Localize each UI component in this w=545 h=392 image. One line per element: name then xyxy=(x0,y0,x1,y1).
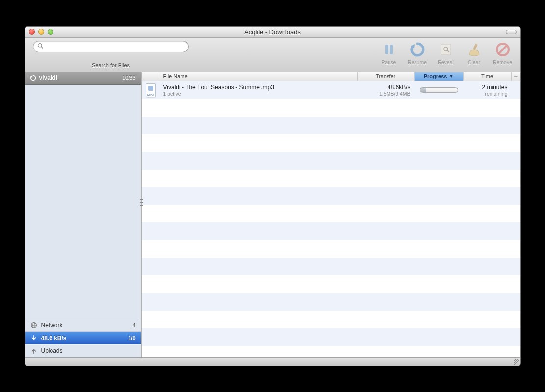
empty-row xyxy=(142,134,520,152)
traffic-lights xyxy=(29,29,53,35)
search-icon xyxy=(37,43,44,50)
sort-descending-icon: ▼ xyxy=(449,74,453,79)
search-column: Search for Files xyxy=(30,41,192,68)
time-sub: remaining xyxy=(485,91,507,97)
empty-row xyxy=(142,205,520,222)
svg-line-1 xyxy=(41,47,43,48)
empty-row xyxy=(142,293,520,311)
time-value: 2 minutes xyxy=(482,84,507,91)
resume-label: Resume xyxy=(408,59,427,65)
network-icon xyxy=(30,322,38,329)
search-input[interactable] xyxy=(46,43,184,50)
empty-row xyxy=(142,311,520,328)
svg-line-10 xyxy=(499,46,507,53)
th-progress-label: Progress xyxy=(424,74,447,79)
spinner-icon xyxy=(30,75,36,81)
sidebar-row-network[interactable]: Network 4 xyxy=(25,319,141,332)
empty-row xyxy=(142,117,520,134)
svg-rect-5 xyxy=(441,44,451,55)
mp3-file-icon xyxy=(146,83,156,97)
columns-overflow-icon: ↔ xyxy=(513,74,519,79)
upload-icon xyxy=(30,347,38,354)
th-progress[interactable]: Progress ▼ xyxy=(415,72,464,81)
transfer-size: 1.5MB/9.4MB xyxy=(379,91,411,97)
th-transfer[interactable]: Transfer xyxy=(358,72,415,81)
clear-icon xyxy=(466,41,483,58)
sidebar: vivaldi 10/33 Network 4 48.6 kB/s xyxy=(25,72,141,357)
remove-button[interactable]: Remove xyxy=(490,41,516,65)
svg-rect-8 xyxy=(472,43,477,50)
progress-fill xyxy=(420,88,426,92)
search-field-wrap[interactable] xyxy=(33,41,189,52)
resume-button[interactable]: Resume xyxy=(405,41,430,65)
sidebar-search-filter[interactable]: vivaldi 10/33 xyxy=(25,72,141,85)
cell-progress xyxy=(415,87,464,93)
sidebar-fill xyxy=(25,85,141,318)
empty-row xyxy=(142,275,520,293)
download-table: File Name Transfer Progress ▼ Time ↔ xyxy=(142,72,520,357)
resize-handle[interactable] xyxy=(514,359,519,365)
table-body[interactable]: Vivaldi - The Four Seasons - Summer.mp3 … xyxy=(142,81,520,357)
empty-row xyxy=(142,328,520,346)
svg-rect-2 xyxy=(385,45,388,54)
file-status: 1 active xyxy=(163,91,354,97)
resume-icon xyxy=(409,41,426,58)
download-count: 1/0 xyxy=(128,335,135,341)
empty-row xyxy=(142,187,520,205)
network-label: Network xyxy=(41,322,63,329)
window-title: Acqlite - Downloads xyxy=(25,28,520,36)
minimize-button[interactable] xyxy=(38,29,44,35)
upload-label: Uploads xyxy=(41,347,63,354)
sidebar-bottom: Network 4 48.6 kB/s 1/0 Uploads xyxy=(25,318,141,357)
sidebar-row-uploads[interactable]: Uploads xyxy=(25,344,141,357)
empty-row xyxy=(142,222,520,240)
zoom-button[interactable] xyxy=(48,29,53,35)
filter-count: 10/33 xyxy=(122,75,136,81)
search-label: Search for Files xyxy=(92,62,130,68)
transfer-rate: 48.6kB/s xyxy=(388,84,411,91)
th-columns-overflow[interactable]: ↔ xyxy=(512,72,520,81)
filter-term: vivaldi xyxy=(39,74,57,81)
splitter-handle-icon xyxy=(140,199,143,206)
network-count: 4 xyxy=(132,322,135,328)
toolbar-toggle-pill[interactable] xyxy=(506,30,517,34)
pause-label: Pause xyxy=(382,59,396,65)
reveal-button[interactable]: Reveal xyxy=(433,41,459,65)
progress-bar xyxy=(420,87,458,93)
toolbar-buttons: Pause Resume Reveal Clear xyxy=(376,41,516,67)
clear-label: Clear xyxy=(468,59,480,65)
cell-filename: Vivaldi - The Four Seasons - Summer.mp3 … xyxy=(159,84,358,97)
remove-label: Remove xyxy=(493,59,512,65)
empty-row xyxy=(142,152,520,170)
pause-button[interactable]: Pause xyxy=(376,41,402,65)
table-row[interactable]: Vivaldi - The Four Seasons - Summer.mp3 … xyxy=(142,81,520,99)
file-name: Vivaldi - The Four Seasons - Summer.mp3 xyxy=(163,84,354,91)
empty-row xyxy=(142,99,520,117)
remove-icon xyxy=(494,41,512,58)
sidebar-row-downloads[interactable]: 48.6 kB/s 1/0 xyxy=(25,332,141,344)
cell-time: 2 minutes remaining xyxy=(464,84,512,97)
th-filename[interactable]: File Name xyxy=(159,72,358,81)
footer xyxy=(25,357,520,366)
empty-row xyxy=(142,170,520,187)
th-time[interactable]: Time xyxy=(464,72,512,81)
cell-icon xyxy=(142,83,159,97)
svg-rect-3 xyxy=(390,45,393,54)
titlebar: Acqlite - Downloads xyxy=(25,27,520,38)
th-icon[interactable] xyxy=(142,72,159,81)
cell-transfer: 48.6kB/s 1.5MB/9.4MB xyxy=(358,84,415,97)
toolbar: Search for Files Pause Resume Reveal xyxy=(25,38,520,72)
empty-row xyxy=(142,240,520,258)
pause-icon xyxy=(380,41,398,58)
app-window: Acqlite - Downloads Search for Files Pau… xyxy=(25,26,521,366)
splitter[interactable] xyxy=(141,72,142,357)
table-header: File Name Transfer Progress ▼ Time ↔ xyxy=(142,72,520,81)
download-label: 48.6 kB/s xyxy=(41,335,67,342)
close-button[interactable] xyxy=(29,29,35,35)
reveal-icon xyxy=(437,41,455,58)
empty-row xyxy=(142,258,520,275)
reveal-label: Reveal xyxy=(438,59,454,65)
download-icon xyxy=(30,335,38,342)
clear-button[interactable]: Clear xyxy=(462,41,487,65)
content: vivaldi 10/33 Network 4 48.6 kB/s xyxy=(25,72,520,357)
